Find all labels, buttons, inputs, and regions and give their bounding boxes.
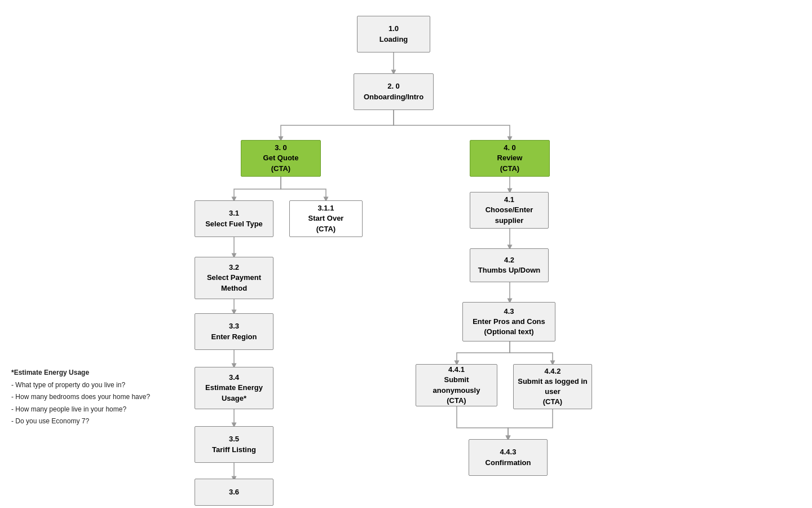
node-3-1-1: 3.1.1 Start Over (CTA) [289, 200, 363, 237]
side-note-title: *Estimate Energy Usage [11, 369, 89, 376]
node-4-2: 4.2 Thumbs Up/Down [470, 248, 549, 282]
canvas: 1.0 Loading 2. 0 Onboarding/Intro 3. 0 G… [0, 0, 812, 508]
node-4-4-2: 4.4.2 Submit as logged in user (CTA) [513, 364, 592, 409]
node-3-4: 3.4 Estimate Energy Usage* [195, 367, 273, 409]
side-note-item-1: - What type of property do you live in? [11, 381, 125, 389]
node-3-3: 3.3 Enter Region [195, 313, 273, 350]
node-3-6: 3.6 [195, 479, 273, 506]
node-3-5: 3.5 Tariff Listing [195, 426, 273, 463]
side-note: *Estimate Energy Usage - What type of pr… [11, 367, 150, 428]
node-2-0: 2. 0 Onboarding/Intro [354, 73, 434, 110]
side-note-item-4: - Do you use Economy 7? [11, 417, 89, 425]
node-3-1: 3.1 Select Fuel Type [195, 200, 273, 237]
node-3-2: 3.2 Select Payment Method [195, 257, 273, 299]
node-3-0: 3. 0 Get Quote (CTA) [241, 140, 321, 177]
node-4-4-3: 4.4.3 Confirmation [469, 439, 548, 476]
node-4-4-1: 4.4.1 Submit anonymously (CTA) [416, 364, 497, 406]
side-note-item-3: - How many people live in your home? [11, 405, 126, 413]
node-4-1: 4.1 Choose/Enter supplier [470, 192, 549, 229]
node-1-0: 1.0 Loading [357, 16, 430, 52]
node-4-0: 4. 0 Review (CTA) [470, 140, 550, 177]
side-note-item-2: - How many bedrooms does your home have? [11, 393, 150, 401]
node-4-3: 4.3 Enter Pros and Cons (Optional text) [462, 302, 555, 341]
